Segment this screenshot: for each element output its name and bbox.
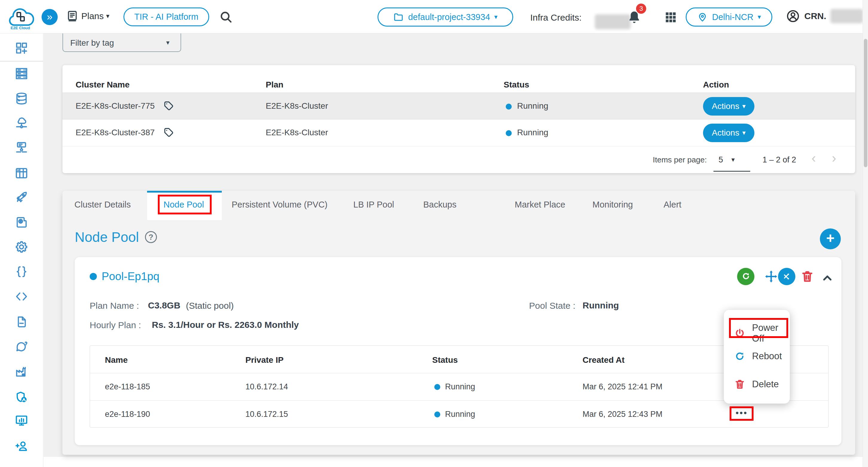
tab-lb-ip-pool[interactable]: LB IP Pool xyxy=(353,200,394,210)
chevron-down-icon: ▾ xyxy=(758,14,761,20)
page-title: Node Pool xyxy=(75,229,139,245)
chevron-down-icon: ▾ xyxy=(742,103,745,109)
pool-state-value: Running xyxy=(583,300,619,310)
double-chevron-icon: » xyxy=(47,11,53,22)
billing-icon[interactable] xyxy=(14,215,28,229)
status-text: Running xyxy=(517,128,548,137)
cluster-name: E2E-K8s-Cluster-775 xyxy=(75,101,155,111)
pagination-range: 1 – 2 of 2 xyxy=(763,155,796,165)
table-row[interactable]: e2e-118-185 10.6.172.14 Running Mar 6, 2… xyxy=(90,373,828,400)
node-context-menu: Power Off Reboot Delete xyxy=(724,310,790,404)
container-grid-icon[interactable] xyxy=(14,166,28,180)
tab-cluster-details[interactable]: Cluster Details xyxy=(74,200,131,210)
tir-ai-platform-button[interactable]: TIR - AI Platform xyxy=(123,7,209,26)
plans-menu[interactable]: Plans ▾ xyxy=(66,9,110,23)
plan-name-suffix: (Static pool) xyxy=(186,301,234,311)
autoscale-pool-icon[interactable] xyxy=(778,268,795,285)
location-pin-icon xyxy=(697,12,708,23)
question-glyph: ? xyxy=(149,233,153,242)
chevron-down-icon: ▾ xyxy=(742,130,745,136)
collapse-pool-icon[interactable] xyxy=(821,271,834,285)
document-icon[interactable] xyxy=(14,315,28,329)
actions-button-label: Actions xyxy=(712,128,740,138)
chat-help-icon[interactable] xyxy=(14,340,28,354)
notification-badge: 3 xyxy=(636,4,646,14)
add-node-pool-button[interactable]: + xyxy=(820,228,841,249)
sync-pool-icon[interactable] xyxy=(737,268,754,285)
table-row[interactable]: E2E-K8s-Cluster-775 E2E-K8s-Cluster Runn… xyxy=(62,93,855,120)
notification-count: 3 xyxy=(639,5,643,12)
menu-item-reboot[interactable]: Reboot xyxy=(734,351,782,362)
cluster-name: E2E-K8s-Cluster-387 xyxy=(75,128,155,137)
settings-icon[interactable] xyxy=(14,240,28,254)
rocket-icon[interactable] xyxy=(14,191,28,204)
servers-icon[interactable] xyxy=(14,67,28,80)
tab-node-pool[interactable]: Node Pool xyxy=(163,200,204,210)
status-dot xyxy=(434,384,440,390)
delete-pool-icon[interactable] xyxy=(801,270,814,283)
apps-grid-icon[interactable] xyxy=(664,11,677,24)
project-selector[interactable]: default-project-33934 ▾ xyxy=(377,7,513,27)
chevron-down-icon: ▾ xyxy=(166,39,169,46)
actions-button[interactable]: Actions ▾ xyxy=(703,124,754,142)
tab-market-place[interactable]: Market Place xyxy=(515,200,565,210)
code-brackets-icon[interactable] xyxy=(14,290,28,303)
screen: Filter by tag ▾ Cluster Name Plan Status… xyxy=(0,0,868,467)
sidebar-expand-button[interactable]: » xyxy=(41,9,58,25)
pool-state-label: Pool State : xyxy=(529,301,576,311)
table-row[interactable]: E2E-K8s-Cluster-387 E2E-K8s-Cluster Runn… xyxy=(62,120,855,146)
scrollbar-track[interactable] xyxy=(863,0,868,467)
search-icon[interactable] xyxy=(219,10,233,24)
chevron-down-icon[interactable]: ▾ xyxy=(732,157,735,163)
hourly-plan-value: Rs. 3.1/Hour or Rs. 2263.0 Monthly xyxy=(152,320,299,330)
svg-text:E2E Cloud: E2E Cloud xyxy=(10,26,30,30)
pool-name: Pool-Ep1pq xyxy=(102,270,159,283)
cluster-plan: E2E-K8s-Cluster xyxy=(266,128,328,137)
help-icon[interactable]: ? xyxy=(145,231,157,243)
app-header: E2E Cloud » Plans ▾ TIR - AI Platform xyxy=(0,0,868,33)
col-status: Status xyxy=(504,80,529,90)
table-row[interactable]: e2e-118-190 10.6.172.15 Running Mar 6, 2… xyxy=(90,400,828,428)
menu-item-label: Delete xyxy=(752,379,779,390)
shield-user-icon[interactable] xyxy=(14,390,28,404)
col-cluster-name: Cluster Name xyxy=(75,80,130,90)
sidebar xyxy=(0,33,43,467)
move-pool-icon[interactable] xyxy=(764,270,778,283)
server-network-icon[interactable] xyxy=(14,141,28,154)
account-value-redacted xyxy=(830,9,863,23)
cloud-network-icon[interactable] xyxy=(14,116,28,130)
menu-item-power-off[interactable]: Power Off xyxy=(734,323,790,344)
dashboard-add-icon[interactable] xyxy=(14,41,28,55)
node-created-at: Mar 6, 2025 12:43 PM xyxy=(583,410,662,419)
actions-button[interactable]: Actions ▾ xyxy=(703,97,754,115)
row-menu-icon[interactable]: ••• xyxy=(736,408,748,418)
node-name: e2e-118-185 xyxy=(105,382,150,392)
monitor-chart-icon[interactable] xyxy=(14,414,28,428)
filter-by-tag-label: Filter by tag xyxy=(70,38,114,48)
tab-backups[interactable]: Backups xyxy=(423,200,457,210)
scrollbar-thumb[interactable] xyxy=(864,39,867,167)
next-page-icon[interactable]: › xyxy=(832,151,836,165)
chevron-down-icon: ▾ xyxy=(106,13,110,20)
infra-credits-value-redacted xyxy=(595,14,631,29)
menu-item-delete[interactable]: Delete xyxy=(734,378,779,390)
user-avatar-icon xyxy=(786,9,800,23)
account-menu[interactable]: CRN. xyxy=(786,9,863,23)
actions-button-label: Actions xyxy=(712,102,740,111)
cluster-table-card: Cluster Name Plan Status Action E2E-K8s-… xyxy=(62,65,855,173)
items-per-page-select[interactable]: 5 xyxy=(718,155,723,165)
status-text: Running xyxy=(445,410,475,419)
tab-alert[interactable]: Alert xyxy=(663,200,681,210)
curly-braces-icon[interactable] xyxy=(14,265,28,278)
add-user-icon[interactable] xyxy=(14,439,28,453)
database-icon[interactable] xyxy=(14,92,28,105)
tab-persistent-volume[interactable]: Persistent Volume (PVC) xyxy=(231,200,328,210)
tab-monitoring[interactable]: Monitoring xyxy=(592,200,633,210)
factory-icon[interactable] xyxy=(14,365,28,378)
e2e-cloud-logo[interactable]: E2E Cloud xyxy=(7,2,34,31)
tag-icon[interactable] xyxy=(163,100,174,111)
prev-page-icon[interactable]: ‹ xyxy=(811,151,816,165)
tab-node-pool-active-bg[interactable]: Node Pool xyxy=(147,191,222,220)
tag-icon[interactable] xyxy=(163,127,174,138)
region-selector[interactable]: Delhi-NCR ▾ xyxy=(686,7,772,27)
